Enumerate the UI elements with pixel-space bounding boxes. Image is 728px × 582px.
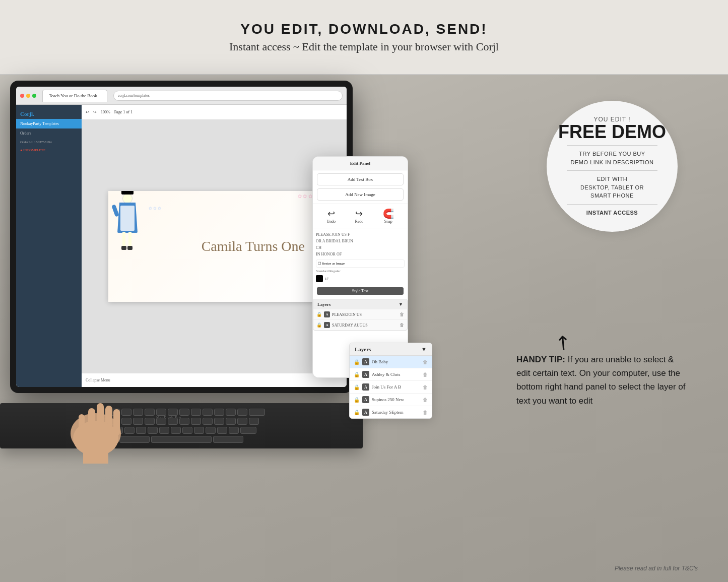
trash-icon-join[interactable]: 🗑 <box>423 384 428 390</box>
banner-title-line2: Instant access ~ Edit the template in yo… <box>229 40 499 53</box>
corjl-ui: Corjl. NookayParty Templates Orders Orde… <box>16 105 347 387</box>
toolbar-zoom: 100% <box>101 110 110 114</box>
layer-type-ashley: A <box>362 371 369 378</box>
layer-a-1: A <box>324 311 330 317</box>
style-text-button[interactable]: Style Text <box>317 287 404 295</box>
key <box>214 418 224 425</box>
trash-icon-saturday[interactable]: 🗑 <box>423 410 428 415</box>
layer-name-1: PLEASEJOIN US <box>332 312 398 317</box>
trash-icon-2[interactable]: 🗑 <box>400 322 404 328</box>
key <box>217 427 227 434</box>
canvas-flowers2: ✿ ✿ ✿ <box>149 206 161 211</box>
layers-panel-item-saturday[interactable]: 🔒 A Saturday SEptem 🗑 <box>350 406 432 418</box>
layer-type-join: A <box>362 383 369 391</box>
instant-access-text: INSTANT ACCESS <box>586 210 638 216</box>
mobile-panel-header: Edit Panel <box>313 157 408 170</box>
lock-icon-saturday: 🔒 <box>354 410 360 415</box>
layers-panel-item-oh-baby[interactable]: 🔒 A Oh Baby 🗑 <box>350 356 432 368</box>
browser-tab[interactable]: Teach You or Do the Book... <box>42 90 107 102</box>
color-swatch[interactable] <box>316 275 323 282</box>
lock-icon-1: 🔒 <box>316 312 322 317</box>
layer-name-2: SATURDAY AUGUS <box>332 323 398 328</box>
sidebar-nav-orders[interactable]: Orders <box>16 128 82 138</box>
layers-panel-item-supinos[interactable]: 🔒 A Supinos 250 New 🗑 <box>350 394 432 406</box>
circle-badge: YOU EDIT ! FREE DEMO TRY BEFORE YOU BUY … <box>547 101 678 232</box>
add-text-box-button[interactable]: Add Text Box <box>317 173 404 185</box>
snap-icon: 🧲 <box>383 208 394 219</box>
top-banner: YOU EDIT, DOWNLOAD, SEND! Instant access… <box>0 0 728 75</box>
toolbar-redo[interactable]: ↪ <box>93 110 97 114</box>
handy-tip-bold: HANDY TIP: <box>516 355 565 364</box>
layer-type-saturday: A <box>362 409 369 416</box>
browser-url[interactable]: corjl.com/templates <box>113 91 343 101</box>
options-label: Standard Regular <box>316 269 341 273</box>
corjl-main: ↩ ↪ 100% Page 1 of 1 <box>82 105 347 387</box>
mobile-panel-title: Edit Panel <box>350 161 370 166</box>
circle-free-demo: FREE DEMO <box>558 123 666 141</box>
layers-panel-item-ashley[interactable]: 🔒 A Ashley & Chris 🗑 <box>350 368 432 381</box>
trash-icon-supinos[interactable]: 🗑 <box>423 397 428 403</box>
key <box>206 427 216 434</box>
lock-icon-ashley: 🔒 <box>354 372 360 377</box>
key-backspace <box>249 409 265 416</box>
snap-label: Snap <box>384 219 392 224</box>
layers-toggle[interactable]: ▼ <box>399 302 403 307</box>
resize-image-checkbox[interactable]: ☐ Resize as Image <box>316 260 405 268</box>
key <box>179 409 189 416</box>
toolbar-undo[interactable]: ↩ <box>86 110 89 114</box>
corjl-canvas[interactable]: ✿ ✿ ✿ ✿ ✿ ✿ ✿ Camila Turns One <box>108 191 320 302</box>
banner-title-line1: YOU EDIT, DOWNLOAD, SEND! <box>240 21 487 37</box>
undo-button[interactable]: ↩ Undo <box>326 208 336 224</box>
canvas-main-text[interactable]: Camila Turns One <box>202 238 305 254</box>
key <box>182 427 192 434</box>
devices-text: DESKTOP, TABLET OR <box>580 184 644 190</box>
key-enter <box>240 427 256 434</box>
browser-chrome: Teach You or Do the Book... corjl.com/te… <box>16 87 347 105</box>
sidebar-logo: Corjl. <box>16 109 82 119</box>
alice-figure <box>112 193 143 279</box>
trash-icon-oh-baby[interactable]: 🗑 <box>423 359 428 365</box>
undo-icon: ↩ <box>326 208 336 219</box>
key <box>148 427 158 434</box>
layer-type-oh-baby: A <box>362 358 369 365</box>
key <box>226 418 236 425</box>
layers-panel-chevron[interactable]: ▼ <box>421 346 427 352</box>
font-size-label: 17 <box>325 277 328 281</box>
layer-item-2[interactable]: 🔒 A SATURDAY AUGUS 🗑 <box>313 320 407 330</box>
layer-name-ashley: Ashley & Chris <box>372 372 420 377</box>
mobile-layers-header: Layers ▼ <box>313 299 407 309</box>
mobile-text-row-3: CH <box>316 244 405 251</box>
demo-link-text: DEMO LINK IN DESCRIPTION <box>571 159 654 165</box>
key <box>156 409 166 416</box>
snap-button[interactable]: 🧲 Snap <box>383 208 394 224</box>
key <box>214 409 224 416</box>
mobile-icons-row: ↩ Undo ↪ Redo 🧲 Snap <box>313 204 408 228</box>
layers-panel-header: Layers ▼ <box>350 343 432 356</box>
key <box>249 418 259 425</box>
browser-dot-green <box>32 94 36 98</box>
layer-a-2: A <box>324 322 330 328</box>
layers-panel-item-join[interactable]: 🔒 A Join Us For A B 🗑 <box>350 381 432 394</box>
circle-divider-1 <box>567 145 657 146</box>
handy-tip-text: HANDY TIP: If you are unable to select &… <box>516 353 688 408</box>
incomplete-status: ● INCOMPLETE <box>16 146 82 154</box>
add-new-image-button[interactable]: Add New Image <box>317 188 404 201</box>
layer-item-1[interactable]: 🔒 A PLEASEJOIN US 🗑 <box>313 309 407 320</box>
order-id-label: Order Id: 1503758194 <box>16 138 82 146</box>
redo-icon: ↪ <box>355 208 363 219</box>
sidebar-nav-templates[interactable]: NookayParty Templates <box>16 119 82 128</box>
trash-icon-1[interactable]: 🗑 <box>400 312 404 317</box>
corjl-toolbar: ↩ ↪ 100% Page 1 of 1 <box>82 105 347 120</box>
mobile-layers-section: Layers ▼ 🔒 A PLEASEJOIN US 🗑 🔒 A SATURDA… <box>313 299 408 331</box>
color-row: 17 <box>316 275 405 282</box>
key <box>237 409 247 416</box>
try-before-text: TRY BEFORE YOU BUY <box>579 151 645 157</box>
circle-try-before: TRY BEFORE YOU BUY DEMO LINK IN DESCRIPT… <box>571 150 654 166</box>
toolbar-page: Page 1 of 1 <box>114 110 133 114</box>
key-space <box>151 436 212 443</box>
corjl-canvas-area[interactable]: ✿ ✿ ✿ ✿ ✿ ✿ ✿ Camila Turns One <box>82 120 347 373</box>
redo-button[interactable]: ↪ Redo <box>355 208 363 224</box>
trash-icon-ashley[interactable]: 🗑 <box>423 372 428 377</box>
layer-name-join: Join Us For A B <box>372 384 420 390</box>
mobile-text-row-2: OR A BRIDAL BRUN <box>316 238 405 244</box>
